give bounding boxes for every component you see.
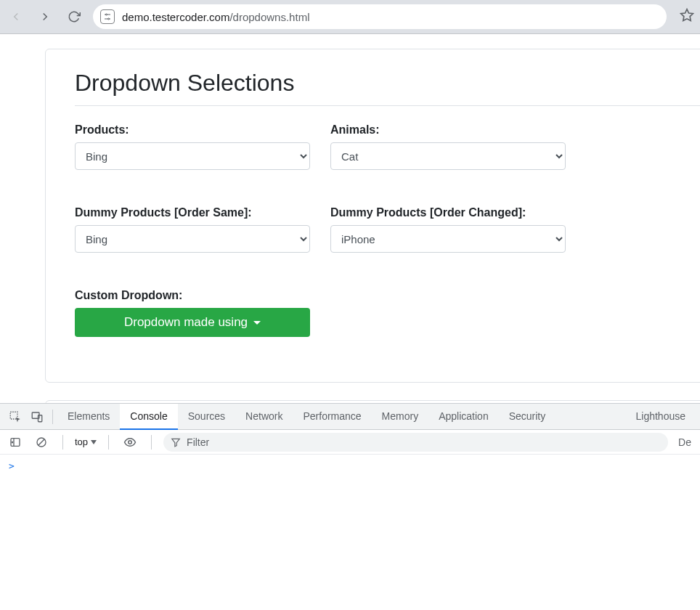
animals-select[interactable]: Cat (330, 142, 566, 170)
products-select[interactable]: Bing (75, 142, 310, 170)
dummy-same-label: Dummy Products [Order Same]: (75, 206, 310, 219)
svg-point-12 (129, 440, 132, 444)
products-label: Products: (75, 123, 310, 137)
device-toggle-icon[interactable] (26, 404, 48, 430)
clear-console-icon[interactable] (32, 433, 51, 452)
forward-button[interactable] (35, 7, 55, 27)
toggle-sidebar-icon[interactable] (6, 433, 25, 452)
tab-memory[interactable]: Memory (372, 404, 429, 430)
browser-toolbar: demo.testercoder.com/dropdowns.html (0, 0, 700, 34)
card-title: Dropdown Selections (75, 70, 700, 97)
fields-row: Products: Bing Animals: Cat Dummy Produc… (75, 123, 700, 353)
url-text: demo.testercoder.com/dropdowns.html (122, 11, 309, 23)
dummy-changed-select[interactable]: iPhone (330, 225, 566, 253)
products-field: Products: Bing (75, 123, 310, 170)
execution-context-selector[interactable]: top (75, 436, 97, 447)
console-body[interactable]: > (0, 455, 700, 610)
separator (151, 435, 152, 450)
animals-label: Animals: (330, 123, 566, 137)
svg-point-2 (106, 14, 107, 15)
address-bar[interactable]: demo.testercoder.com/dropdowns.html (93, 4, 667, 29)
animals-field: Animals: Cat (330, 123, 566, 170)
live-expression-icon[interactable] (121, 433, 139, 452)
tab-console[interactable]: Console (120, 404, 177, 430)
tab-lighthouse[interactable]: Lighthouse (625, 404, 696, 430)
filter-icon (171, 437, 181, 447)
svg-marker-4 (681, 9, 693, 21)
dummy-same-field: Dummy Products [Order Same]: Bing (75, 206, 310, 253)
caret-down-icon (253, 321, 261, 325)
dummy-same-select[interactable]: Bing (75, 225, 310, 253)
tab-sources[interactable]: Sources (178, 404, 235, 430)
bookmark-star-icon[interactable] (680, 8, 694, 25)
divider (75, 105, 700, 106)
tab-application[interactable]: Application (428, 404, 499, 430)
chevron-down-icon (91, 440, 97, 444)
log-levels-selector[interactable]: De (675, 436, 694, 448)
page-viewport: Dropdown Selections Products: Bing Anima… (0, 34, 700, 403)
tab-network[interactable]: Network (235, 404, 293, 430)
console-prompt-icon: > (9, 460, 15, 471)
tab-performance[interactable]: Performance (293, 404, 371, 430)
separator (108, 435, 109, 450)
console-filter[interactable]: Filter (163, 433, 668, 452)
devtools-panel: Elements Console Sources Network Perform… (0, 403, 700, 610)
separator (52, 410, 53, 424)
custom-dropdown-label: Custom Dropdown: (75, 289, 310, 302)
filter-placeholder: Filter (187, 436, 209, 448)
custom-dropdown-field: Custom Dropdown: Dropdown made using (75, 289, 310, 337)
dropdown-selections-card: Dropdown Selections Products: Bing Anima… (45, 49, 700, 383)
svg-point-3 (108, 18, 110, 20)
custom-dropdown-button-label: Dropdown made using (124, 315, 248, 330)
custom-dropdown-button[interactable]: Dropdown made using (75, 308, 310, 337)
svg-marker-13 (172, 439, 180, 447)
back-button[interactable] (6, 7, 26, 27)
dummy-changed-label: Dummy Products [Order Changed]: (330, 206, 566, 219)
site-controls-icon[interactable] (100, 9, 115, 24)
svg-line-11 (38, 439, 44, 445)
console-toolbar: top Filter De (0, 430, 700, 455)
reload-button[interactable] (64, 7, 84, 27)
devtools-tabbar: Elements Console Sources Network Perform… (0, 404, 700, 430)
separator (62, 435, 63, 450)
tab-security[interactable]: Security (499, 404, 556, 430)
inspect-element-icon[interactable] (4, 404, 26, 430)
tab-elements[interactable]: Elements (57, 404, 120, 430)
dummy-changed-field: Dummy Products [Order Changed]: iPhone (330, 206, 566, 253)
